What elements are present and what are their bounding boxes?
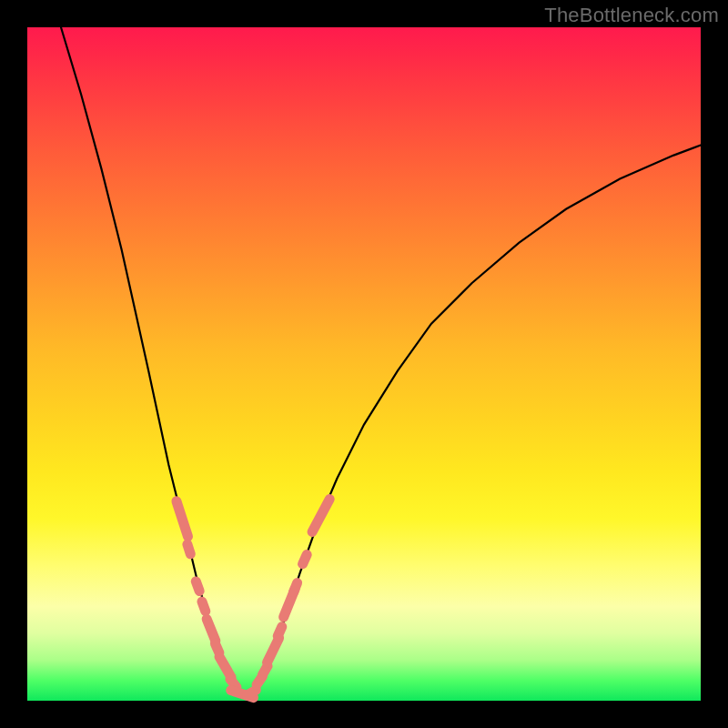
data-marker	[306, 492, 337, 539]
data-marker	[189, 575, 206, 598]
plot-area	[27, 27, 701, 701]
curve-right-branch	[249, 146, 701, 698]
curve-layer	[27, 27, 701, 701]
watermark-text: TheBottleneck.com	[544, 4, 719, 27]
chart-frame: TheBottleneck.com	[0, 0, 728, 728]
curve-left-branch	[61, 27, 241, 697]
data-marker	[170, 495, 194, 543]
data-marker	[181, 538, 197, 561]
data-marker	[296, 548, 313, 571]
data-marker	[196, 595, 212, 618]
